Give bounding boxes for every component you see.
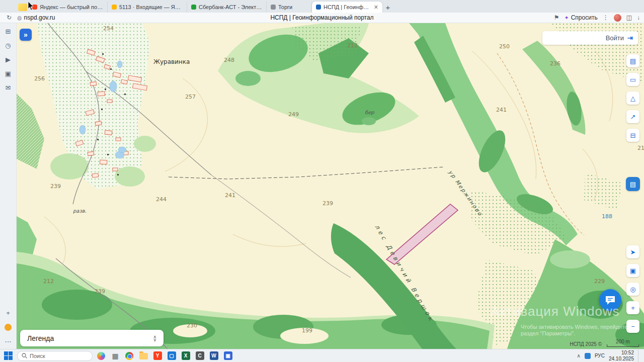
yandex-browser-icon: Y (153, 351, 162, 360)
elevation-label: 199 (302, 327, 312, 334)
search-layer-icon[interactable]: ◎ (626, 283, 639, 296)
map-viewport[interactable]: 2542482122502362562572492412392442412392… (17, 23, 644, 349)
search-icon (22, 353, 27, 358)
ask-ai-button[interactable]: ✦ Спросить (564, 14, 597, 21)
tab-2[interactable]: Сбербанк-АСТ - Электро (187, 2, 267, 13)
measure-area-icon[interactable]: △ (626, 92, 639, 105)
page-title: НСПД | Геоинформационный портал (0, 14, 644, 21)
tray-app-icon[interactable] (585, 353, 591, 359)
show-desktop-button[interactable] (638, 350, 640, 362)
tab-title: Сбербанк-АСТ - Электро (199, 4, 262, 10)
refresh-icon[interactable]: ↻ (4, 14, 14, 21)
tab-1[interactable]: 5113 · Входящие — Яндек (108, 2, 187, 13)
panels-icon[interactable]: ◫ (626, 14, 632, 21)
chevron-updown-icon: ∧∨ (153, 335, 156, 341)
taskbar-clock[interactable]: 10:52 24.10.2025 (609, 350, 634, 361)
yandex-browser-icon[interactable]: Y (152, 350, 163, 361)
app-blue-icon[interactable]: ▢ (166, 350, 177, 361)
c-app-icon[interactable]: C (194, 350, 205, 361)
taskbar-search[interactable]: Поиск (17, 351, 93, 361)
elevation-label: 256 (34, 75, 45, 82)
folder-icon (139, 353, 148, 359)
services-icon[interactable]: ▣ (5, 70, 11, 77)
login-bar[interactable]: Войти ⇥ (542, 31, 638, 45)
downloads-icon[interactable]: ↓ (637, 14, 640, 21)
tab-title: Торги (278, 4, 292, 10)
history-icon[interactable]: ◷ (5, 42, 11, 49)
map-copyright: НСПД 2025 © (570, 341, 602, 347)
games-icon[interactable] (5, 324, 12, 331)
app-blue-icon: ▢ (168, 351, 176, 360)
apps-grid-icon[interactable]: ⋯ (5, 338, 12, 345)
ruler-icon[interactable]: ▭ (626, 73, 639, 86)
tab-0[interactable]: Яндекс — быстрый поиск (28, 2, 108, 13)
word-icon[interactable]: W (208, 350, 219, 361)
place-label: разв. (73, 208, 87, 214)
language-indicator[interactable]: РУС (595, 353, 605, 358)
zoom-in-icon[interactable]: + (626, 301, 639, 314)
elevation-label: 212 (43, 278, 54, 285)
elevation-label: 249 (288, 111, 299, 118)
elevation-label: 250 (499, 43, 510, 50)
tab-3[interactable]: Торги (267, 2, 312, 13)
scale-label: 200 m (616, 339, 630, 344)
elevation-label: 244 (156, 196, 167, 203)
tab-favicon (112, 5, 117, 10)
add-icon[interactable]: + (6, 310, 10, 316)
chrome-icon[interactable] (124, 350, 135, 361)
legend-label: Легенда (27, 334, 54, 342)
login-label: Войти (606, 34, 624, 42)
panorama-icon[interactable]: ▣ (626, 264, 639, 277)
expand-panel-button[interactable]: » (20, 29, 32, 41)
excel-icon[interactable]: X (180, 350, 191, 361)
start-button[interactable] (2, 350, 14, 362)
share-icon[interactable]: ↗ (626, 110, 639, 123)
elevation-label: 236 (550, 60, 560, 67)
video-icon[interactable]: ▶ (6, 56, 11, 63)
scale-bar: 200 m (607, 339, 639, 347)
tab-title: 5113 · Входящие — Яндек (119, 4, 183, 10)
place-label: бер (365, 110, 374, 116)
taskview-icon[interactable]: ▦ (110, 350, 121, 361)
tab-title: Яндекс — быстрый поиск (40, 4, 103, 10)
address-bar: ↻ ◍ nspd.gov.ru НСПД | Геоинформационный… (0, 13, 644, 23)
clock-date: 24.10.2025 (609, 356, 634, 362)
tab-favicon (271, 5, 276, 10)
tab-4[interactable]: НСПД | Геоинформац✕ (312, 2, 382, 13)
copilot-icon (97, 352, 105, 360)
tab-title: НСПД | Геоинформац (324, 4, 369, 10)
menu-dots-icon[interactable]: ⋮ (603, 14, 609, 21)
profile-avatar[interactable] (614, 14, 621, 22)
elevation-label: 257 (185, 94, 196, 100)
mouse-cursor-icon (28, 2, 35, 11)
chrome-icon (125, 352, 133, 360)
new-tab-button[interactable]: + (382, 2, 393, 13)
elevation-label: 212 (347, 42, 358, 49)
site-security-icon: ◍ (17, 15, 22, 21)
ai-sparkle-icon: ✦ (564, 15, 569, 21)
chat-icon[interactable]: ✉ (6, 84, 11, 91)
tray-chevron-icon[interactable]: ∧ (577, 353, 581, 358)
bookmark-icon[interactable]: ⚑ (554, 14, 559, 21)
copilot-icon[interactable] (96, 350, 107, 361)
folder-icon[interactable] (138, 350, 149, 361)
app-window-icon: ▣ (224, 351, 232, 360)
elevation-label: 217 (637, 145, 644, 151)
elevation-label: 254 (103, 25, 114, 32)
legend-button[interactable]: Легенда ∧∨ (20, 330, 164, 346)
windows-activation-hint: Чтобы активировать Windows, перейдите в … (521, 324, 640, 336)
elevation-label: 239 (50, 183, 61, 190)
panels-icon[interactable]: ⊞ (6, 28, 11, 35)
site-chip[interactable]: ◍ nspd.gov.ru (17, 14, 55, 21)
active-layers-icon[interactable]: ▤ (626, 177, 640, 191)
elevation-label: 239 (95, 288, 105, 295)
topographic-map[interactable]: 2542482122502362562572492412392442412392… (17, 23, 644, 349)
app-window-icon[interactable]: ▣ (222, 350, 233, 361)
pinned-tab-icon[interactable] (18, 4, 27, 11)
layers-icon[interactable]: ▤ (626, 54, 639, 67)
windows-activation-watermark: Активация Windows (491, 304, 620, 319)
excel-icon: X (182, 351, 190, 360)
print-icon[interactable]: ⊟ (626, 129, 639, 142)
tab-close-icon[interactable]: ✕ (372, 4, 378, 11)
locate-icon[interactable]: ➤ (626, 245, 639, 258)
